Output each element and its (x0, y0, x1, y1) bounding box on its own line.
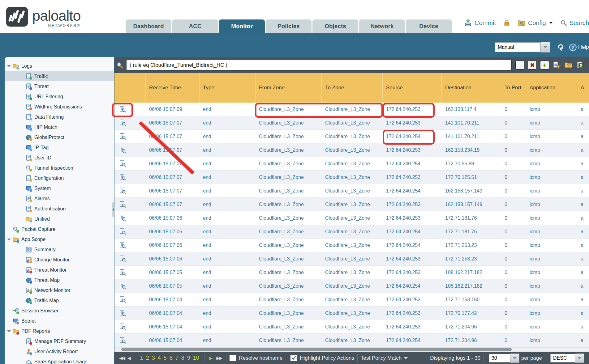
log-detail-icon[interactable] (114, 252, 131, 265)
column-header-from-zone[interactable]: From Zone (256, 73, 322, 103)
log-detail-icon[interactable] (114, 130, 131, 143)
column-header-to-zone[interactable]: To Zone (322, 73, 383, 103)
log-detail-icon[interactable] (114, 198, 131, 211)
sort-order-select-caret[interactable] (575, 353, 584, 363)
page-number-3[interactable]: 3 (152, 355, 155, 361)
sidebar-item-alarms[interactable]: Alarms (5, 193, 114, 204)
expander-icon[interactable] (7, 239, 11, 242)
sidebar-item-ip-tag[interactable]: IP-Tag (5, 142, 114, 153)
commit-button[interactable]: Commit (475, 19, 496, 27)
apply-filter-button[interactable]: → (515, 61, 524, 70)
first-page-button[interactable]: ◀◀ (119, 355, 124, 361)
sidebar-item-system[interactable]: System (5, 183, 114, 193)
sidebar-item-hip-match[interactable]: HIP Match (5, 122, 114, 132)
per-page-select[interactable]: 30 (489, 354, 510, 362)
log-detail-icon[interactable] (114, 143, 131, 157)
log-detail-icon[interactable] (114, 293, 131, 306)
column-header-type[interactable]: Type (200, 73, 256, 103)
sidebar-item-botnet[interactable]: Botnet (5, 316, 114, 326)
last-page-button[interactable]: ▶▶ (216, 355, 221, 361)
tab-monitor[interactable]: Monitor (219, 19, 265, 33)
prev-page-button[interactable]: ◀ (127, 355, 130, 361)
clear-filter-button[interactable]: ✖ (528, 61, 537, 70)
sidebar-item-configuration[interactable]: Configuration (5, 173, 114, 183)
column-header-receive-time[interactable]: Receive Time (146, 73, 200, 103)
log-detail-icon[interactable] (114, 103, 131, 116)
log-detail-icon[interactable] (114, 211, 131, 225)
per-page-select-caret[interactable] (510, 353, 519, 363)
page-number-9[interactable]: 9 (187, 355, 190, 361)
tab-acc[interactable]: ACC (172, 19, 218, 33)
sidebar-item-traffic-map[interactable]: Traffic Map (5, 295, 114, 306)
log-detail-icon[interactable] (114, 320, 131, 333)
help-icon[interactable] (569, 43, 577, 51)
sidebar-item-globalprotect[interactable]: GlobalProtect (5, 132, 114, 142)
sidebar-item-pdf-reports[interactable]: PDF Reports (5, 326, 114, 336)
log-detail-icon[interactable] (114, 279, 131, 293)
log-detail-icon[interactable] (114, 225, 131, 238)
highlight-policy-actions-checkbox[interactable] (290, 355, 297, 361)
load-filter-button[interactable] (564, 61, 573, 69)
sidebar-item-session-browser[interactable]: Session Browser (5, 306, 114, 316)
page-number-1[interactable]: 1 (140, 355, 143, 361)
page-number-2[interactable]: 2 (146, 355, 149, 361)
page-number-6[interactable]: 6 (170, 355, 173, 361)
page-number-7[interactable]: 7 (175, 355, 178, 361)
sidebar-item-manage-pdf-summary[interactable]: Manage PDF Summary (5, 336, 114, 346)
page-number-10[interactable]: 10 (193, 355, 199, 361)
config-menu[interactable]: Config (528, 19, 546, 27)
resolve-hostname-checkbox[interactable] (230, 355, 236, 361)
sidebar-item-authentication[interactable]: Authentication (5, 204, 114, 214)
page-number-8[interactable]: 8 (181, 355, 184, 361)
search-button[interactable]: Search (570, 19, 589, 27)
export-to-csv-button[interactable] (576, 61, 584, 69)
column-header-application[interactable]: Application (526, 73, 577, 103)
sidebar-item-data-filtering[interactable]: Data Filtering (5, 112, 114, 122)
sidebar-item-user-activity-report[interactable]: User Activity Report (5, 346, 114, 357)
tab-policies[interactable]: Policies (266, 19, 312, 33)
sidebar-item-saas-application-usage[interactable]: SaaS Application Usage (5, 357, 114, 364)
log-detail-icon[interactable] (114, 157, 131, 170)
sort-order-select[interactable]: DESC (550, 354, 575, 362)
tab-device[interactable]: Device (406, 19, 452, 33)
tab-dashboard[interactable]: Dashboard (126, 19, 171, 33)
log-detail-icon[interactable] (114, 116, 131, 129)
refresh-mode-caret[interactable] (541, 42, 550, 53)
sidebar-item-summary[interactable]: Summary (5, 244, 114, 255)
lock-icon[interactable] (503, 19, 511, 27)
page-number-4[interactable]: 4 (158, 355, 161, 361)
log-detail-icon[interactable] (114, 334, 131, 347)
sidebar-item-packet-capture[interactable]: Packet Capture (5, 224, 114, 234)
column-header-source[interactable]: Source (383, 73, 442, 103)
sidebar-item-user-id[interactable]: User-ID (5, 153, 114, 163)
column-header-to-port[interactable]: To Port (501, 73, 526, 103)
sidebar-item-change-monitor[interactable]: Change Monitor (5, 255, 114, 265)
page-number-5[interactable]: 5 (164, 355, 167, 361)
sidebar-item-app-scope[interactable]: App Scope (5, 234, 114, 244)
sidebar-item-traffic[interactable]: Traffic (5, 71, 114, 81)
add-filter-button[interactable]: + (540, 61, 549, 70)
column-header-a[interactable]: A (577, 73, 589, 103)
sidebar-item-threat[interactable]: Threat (5, 81, 114, 91)
sidebar-item-wildfire-submissions[interactable]: WildFire Submissions (5, 102, 114, 112)
tab-objects[interactable]: Objects (312, 19, 358, 33)
sidebar-item-network-monitor[interactable]: Network Monitor (5, 285, 114, 295)
refresh-icon[interactable]: ⟳ (556, 44, 565, 51)
sidebar-item-unified[interactable]: Unified (5, 214, 114, 224)
test-policy-match-menu[interactable]: Test Policy Match (361, 355, 402, 361)
log-detail-icon[interactable] (114, 171, 131, 184)
expander-icon[interactable] (7, 330, 11, 334)
sidebar-collapse-handle[interactable] (112, 202, 114, 217)
horizontal-scrollbar-thumb[interactable] (121, 348, 512, 351)
tab-network[interactable]: Network (359, 19, 405, 33)
log-detail-icon[interactable] (114, 239, 131, 252)
sidebar-item-threat-monitor[interactable]: Threat Monitor (5, 265, 114, 275)
filter-builder-button[interactable] (552, 61, 561, 69)
column-header-destination[interactable]: Destination (442, 73, 501, 103)
expander-icon[interactable] (7, 65, 11, 69)
sidebar-item-tunnel-inspection[interactable]: Tunnel Inspection (5, 163, 114, 173)
log-filter-input[interactable] (126, 60, 512, 70)
sidebar-item-logs[interactable]: Logs (5, 61, 114, 71)
next-page-button[interactable]: ▶ (209, 355, 212, 361)
refresh-mode-select[interactable]: Manual (495, 42, 541, 52)
